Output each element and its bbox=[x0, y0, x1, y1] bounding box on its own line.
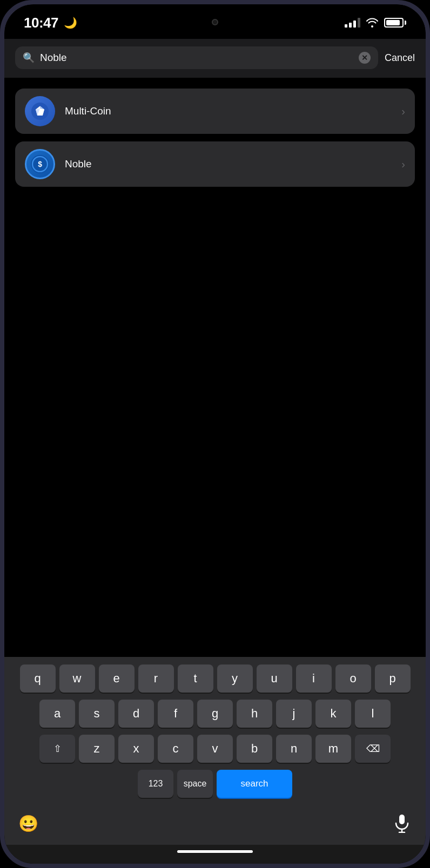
noble-icon: $ bbox=[25, 149, 55, 179]
noble-label: Noble bbox=[65, 158, 401, 170]
emoji-button[interactable]: 😀 bbox=[15, 810, 41, 836]
keyboard-row-2: a s d f g h j k l bbox=[8, 700, 422, 728]
diamond-svg bbox=[31, 103, 49, 120]
signal-bar-2 bbox=[349, 23, 352, 28]
keyboard-row-1: q w e r t y u i o p bbox=[8, 664, 422, 693]
search-bar: 🔍 Noble ✕ Cancel bbox=[15, 46, 415, 69]
cancel-button[interactable]: Cancel bbox=[385, 50, 415, 66]
multicoin-label: Multi-Coin bbox=[65, 105, 401, 117]
search-key[interactable]: search bbox=[217, 770, 292, 798]
key-v[interactable]: v bbox=[197, 735, 233, 763]
key-p[interactable]: p bbox=[375, 664, 411, 693]
key-u[interactable]: u bbox=[257, 664, 292, 693]
key-y[interactable]: y bbox=[217, 664, 253, 693]
key-h[interactable]: h bbox=[237, 700, 272, 728]
key-j[interactable]: j bbox=[276, 700, 312, 728]
camera-dot bbox=[212, 19, 218, 25]
signal-bar-4 bbox=[358, 18, 360, 28]
key-o[interactable]: o bbox=[335, 664, 371, 693]
key-z[interactable]: z bbox=[79, 735, 115, 763]
svg-text:$: $ bbox=[38, 160, 42, 168]
microphone-icon bbox=[394, 813, 410, 833]
keyboard-bottom-bar: 😀 bbox=[4, 805, 426, 845]
multicoin-icon bbox=[25, 96, 55, 126]
keyboard-row-3: ⇧ z x c v b n m ⌫ bbox=[8, 735, 422, 763]
svg-rect-8 bbox=[399, 815, 405, 824]
key-n[interactable]: n bbox=[276, 735, 312, 763]
wifi-icon bbox=[366, 18, 379, 28]
result-noble[interactable]: $ Noble › bbox=[15, 141, 415, 187]
battery-icon bbox=[384, 18, 406, 28]
close-icon: ✕ bbox=[361, 54, 368, 62]
screen: 10:47 🌙 bbox=[4, 4, 426, 864]
signal-bar-3 bbox=[353, 21, 356, 28]
home-indicator bbox=[4, 845, 426, 864]
status-time: 10:47 bbox=[24, 15, 58, 31]
battery-fill bbox=[386, 20, 400, 25]
multicoin-chevron-icon: › bbox=[401, 105, 405, 118]
key-b[interactable]: b bbox=[237, 735, 272, 763]
signal-icon bbox=[345, 18, 360, 28]
noble-dollar-svg: $ bbox=[31, 155, 49, 173]
key-w[interactable]: w bbox=[59, 664, 95, 693]
battery-body bbox=[384, 18, 404, 28]
battery-tip bbox=[405, 21, 406, 25]
key-g[interactable]: g bbox=[197, 700, 233, 728]
backspace-key[interactable]: ⌫ bbox=[355, 735, 391, 763]
key-t[interactable]: t bbox=[178, 664, 213, 693]
key-s[interactable]: s bbox=[79, 700, 115, 728]
key-d[interactable]: d bbox=[118, 700, 154, 728]
key-i[interactable]: i bbox=[296, 664, 332, 693]
search-input[interactable]: Noble bbox=[40, 52, 353, 64]
home-bar bbox=[177, 850, 253, 853]
dynamic-island bbox=[180, 12, 250, 32]
search-icon: 🔍 bbox=[23, 52, 35, 64]
search-area: 🔍 Noble ✕ Cancel bbox=[4, 39, 426, 78]
status-right bbox=[345, 18, 406, 28]
search-input-wrapper[interactable]: 🔍 Noble ✕ bbox=[15, 46, 378, 69]
key-f[interactable]: f bbox=[158, 700, 193, 728]
key-a[interactable]: a bbox=[39, 700, 75, 728]
signal-bar-1 bbox=[345, 24, 347, 28]
key-c[interactable]: c bbox=[158, 735, 193, 763]
key-e[interactable]: e bbox=[99, 664, 135, 693]
numbers-key[interactable]: 123 bbox=[138, 770, 173, 798]
shift-key[interactable]: ⇧ bbox=[39, 735, 75, 763]
keyboard: q w e r t y u i o p a s d f g h j k bbox=[4, 657, 426, 805]
emoji-icon: 😀 bbox=[18, 814, 38, 833]
search-clear-button[interactable]: ✕ bbox=[359, 52, 371, 64]
key-m[interactable]: m bbox=[315, 735, 351, 763]
key-k[interactable]: k bbox=[315, 700, 351, 728]
result-multicoin[interactable]: Multi-Coin › bbox=[15, 89, 415, 134]
moon-icon: 🌙 bbox=[64, 16, 77, 29]
key-l[interactable]: l bbox=[355, 700, 391, 728]
key-r[interactable]: r bbox=[138, 664, 174, 693]
phone-frame: 10:47 🌙 bbox=[0, 0, 430, 868]
key-x[interactable]: x bbox=[118, 735, 154, 763]
empty-area bbox=[4, 194, 426, 657]
space-key[interactable]: space bbox=[177, 770, 213, 798]
key-q[interactable]: q bbox=[20, 664, 56, 693]
results-area: Multi-Coin › $ Noble › bbox=[4, 78, 426, 194]
noble-chevron-icon: › bbox=[401, 158, 405, 171]
keyboard-row-4: 123 space search bbox=[8, 770, 422, 798]
microphone-button[interactable] bbox=[389, 810, 415, 836]
